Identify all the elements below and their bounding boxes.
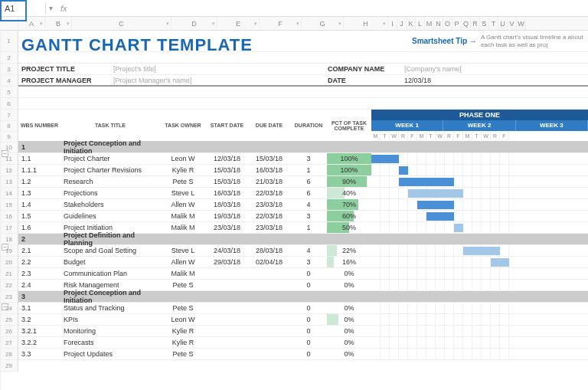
pct-cell[interactable]: 100% (327, 165, 371, 175)
task-row[interactable]: 1.1.1Project Charter RevisionsKylie R15/… (18, 165, 588, 176)
owner-cell[interactable]: Allen W (160, 199, 206, 210)
task-title-cell[interactable]: Project Charter (60, 153, 160, 164)
task-row[interactable]: 3.3Project UpdatesPete S00% (18, 349, 588, 360)
duration-cell[interactable]: 3 (290, 153, 327, 164)
wbs-cell[interactable]: 3.3 (18, 349, 60, 359)
formula-input[interactable] (72, 0, 588, 16)
due-cell[interactable]: 16/03/18 (248, 165, 290, 175)
due-cell[interactable]: 22/03/18 (248, 188, 290, 198)
task-title-cell[interactable]: KPIs (60, 314, 160, 325)
duration-cell[interactable]: 4 (290, 245, 327, 256)
section-header[interactable]: 2Project Definition and Planning (18, 234, 588, 245)
due-cell[interactable] (248, 337, 290, 348)
duration-cell[interactable]: 0 (290, 280, 327, 290)
pct-cell[interactable]: 0% (327, 337, 371, 348)
duration-cell[interactable]: 3 (290, 257, 327, 267)
pct-cell[interactable]: 40% (327, 188, 371, 198)
project-manager-field[interactable]: [Project Manager's name] (110, 75, 325, 85)
wbs-cell[interactable]: 1.3 (18, 188, 60, 198)
wbs-cell[interactable]: 2.3 (18, 268, 60, 279)
task-row[interactable]: 1.3ProjectionsSteve L16/03/1822/03/18640… (18, 188, 588, 199)
section-header[interactable]: 1Project Conception and Initiation (18, 142, 588, 153)
start-cell[interactable] (206, 303, 248, 313)
owner-cell[interactable]: Pete S (160, 349, 206, 359)
start-cell[interactable] (206, 337, 248, 348)
pct-cell[interactable]: 0% (327, 349, 371, 359)
duration-cell[interactable]: 0 (290, 326, 327, 336)
project-title-field[interactable]: [Project's title] (110, 64, 325, 74)
owner-cell[interactable]: Kylie R (160, 337, 206, 348)
task-title-cell[interactable]: Scope and Goal Setting (60, 245, 160, 256)
duration-cell[interactable]: 6 (290, 176, 327, 187)
task-row[interactable]: 2.3Communication PlanMalik M00% (18, 268, 588, 280)
duration-cell[interactable]: 6 (290, 188, 327, 198)
owner-cell[interactable]: Leon W (160, 314, 206, 325)
task-title-cell[interactable]: Guidelines (60, 211, 160, 221)
wbs-cell[interactable]: 1.1.1 (18, 165, 60, 175)
wbs-cell[interactable]: 3.2.2 (18, 337, 60, 348)
start-cell[interactable]: 29/03/18 (206, 257, 248, 267)
owner-cell[interactable]: Pete S (160, 280, 206, 290)
pct-cell[interactable]: 50% (327, 222, 371, 233)
pct-cell[interactable]: 0% (327, 280, 371, 290)
duration-cell[interactable]: 1 (290, 165, 327, 175)
pct-cell[interactable]: 0% (327, 314, 371, 325)
duration-cell[interactable]: 0 (290, 337, 327, 348)
wbs-cell[interactable]: 2.2 (18, 257, 60, 267)
start-cell[interactable]: 15/03/18 (206, 176, 248, 187)
duration-cell[interactable]: 0 (290, 303, 327, 313)
cell-reference-box[interactable]: A1 (0, 2, 46, 15)
start-cell[interactable] (206, 268, 248, 279)
due-cell[interactable] (248, 349, 290, 359)
wbs-cell[interactable]: 1.1 (18, 153, 60, 164)
owner-cell[interactable]: Steve L (160, 245, 206, 256)
duration-cell[interactable]: 0 (290, 314, 327, 325)
company-name-field[interactable]: [Company's name] (401, 64, 465, 74)
pct-cell[interactable]: 60% (327, 211, 371, 221)
section-header[interactable]: 3Project Conception and Initiation (18, 291, 588, 303)
due-cell[interactable] (248, 303, 290, 313)
owner-cell[interactable]: Leon W (160, 153, 206, 164)
wbs-cell[interactable]: 3.2 (18, 314, 60, 325)
duration-cell[interactable]: 1 (290, 222, 327, 233)
start-cell[interactable] (206, 326, 248, 336)
wbs-cell[interactable]: 3.2.1 (18, 326, 60, 336)
task-title-cell[interactable]: Communication Plan (60, 268, 160, 279)
duration-cell[interactable]: 4 (290, 199, 327, 210)
owner-cell[interactable]: Kylie R (160, 326, 206, 336)
date-field[interactable]: 12/03/18 (401, 75, 434, 85)
wbs-cell[interactable]: 1.4 (18, 199, 60, 210)
duration-cell[interactable]: 3 (290, 211, 327, 221)
task-row[interactable]: 3.2.1MonitoringKylie R00% (18, 326, 588, 337)
start-cell[interactable]: 15/03/18 (206, 165, 248, 175)
task-row[interactable]: 2.2BudgetAllen W29/03/1802/04/18316% (18, 257, 588, 268)
owner-cell[interactable]: Pete S (160, 303, 206, 313)
due-cell[interactable]: 02/04/18 (248, 257, 290, 267)
pct-cell[interactable]: 0% (327, 326, 371, 336)
start-cell[interactable]: 12/03/18 (206, 153, 248, 164)
pct-cell[interactable]: 90% (327, 176, 371, 187)
task-row[interactable]: 3.2KPIsLeon W00% (18, 314, 588, 326)
start-cell[interactable] (206, 314, 248, 325)
wbs-cell[interactable]: 1.2 (18, 176, 60, 187)
task-row[interactable]: 1.2ResearchPete S15/03/1821/03/18690% (18, 176, 588, 188)
owner-cell[interactable]: Allen W (160, 257, 206, 267)
wbs-cell[interactable]: 2.1 (18, 245, 60, 256)
pct-cell[interactable]: 0% (327, 303, 371, 313)
start-cell[interactable]: 23/03/18 (206, 222, 248, 233)
task-row[interactable]: 1.5GuidelinesMalik M19/03/1822/03/18360% (18, 211, 588, 222)
column-headers[interactable]: A▾B▾C▾D▾E▾F▾G▾H▾ IJKLMNOPQRSTUVW (0, 17, 588, 31)
task-row[interactable]: 3.2.2ForecastsKylie R00% (18, 337, 588, 349)
task-title-cell[interactable]: Stakeholders (60, 199, 160, 210)
task-title-cell[interactable]: Projections (60, 188, 160, 198)
start-cell[interactable]: 16/03/18 (206, 188, 248, 198)
task-title-cell[interactable]: Budget (60, 257, 160, 267)
due-cell[interactable]: 23/03/18 (248, 199, 290, 210)
task-title-cell[interactable]: Research (60, 176, 160, 187)
wbs-cell[interactable]: 1.5 (18, 211, 60, 221)
duration-cell[interactable]: 0 (290, 268, 327, 279)
task-title-cell[interactable]: Project Charter Revisions (60, 165, 160, 175)
task-title-cell[interactable]: Status and Tracking (60, 303, 160, 313)
due-cell[interactable]: 21/03/18 (248, 176, 290, 187)
task-title-cell[interactable]: Project Updates (60, 349, 160, 359)
